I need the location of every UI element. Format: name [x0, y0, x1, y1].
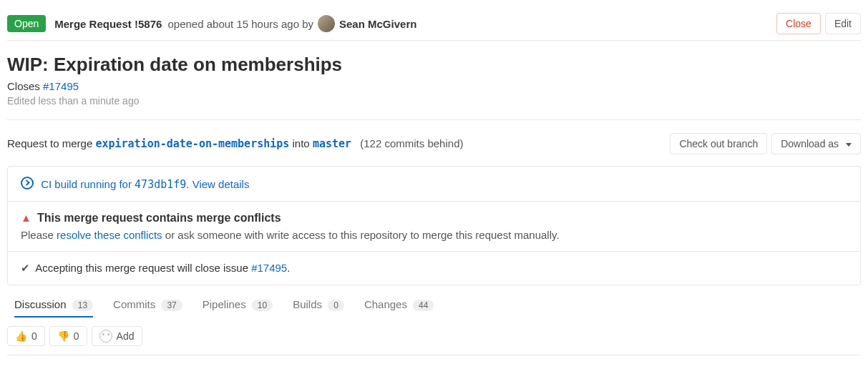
thumbs-up-count: 0	[31, 330, 37, 342]
author-avatar[interactable]	[318, 15, 335, 32]
target-branch[interactable]: master	[313, 137, 351, 150]
thumbs-up-icon: 👍	[15, 330, 27, 342]
checkout-branch-button[interactable]: Check out branch	[670, 133, 767, 154]
accept-prefix: Accepting this merge request will close …	[35, 262, 251, 274]
closes-line: Closes #17495	[7, 80, 861, 92]
thumbs-down-icon: 👎	[57, 330, 69, 342]
conflict-title: This merge request contains merge confli…	[37, 212, 281, 224]
mr-type-id: Merge Request !5876 opened about 15 hour…	[54, 18, 313, 30]
mr-type: Merge Request	[54, 18, 132, 30]
merge-prefix: Request to merge	[7, 137, 95, 149]
tab-builds-count: 0	[328, 300, 344, 311]
edit-button[interactable]: Edit	[825, 13, 861, 34]
tab-changes[interactable]: Changes 44	[364, 292, 434, 318]
conflict-please: Please	[21, 229, 57, 241]
ci-status: CI build running for 473db1f9. View deta…	[8, 167, 860, 202]
chevron-down-icon	[846, 143, 852, 147]
status-panel: CI build running for 473db1f9. View deta…	[7, 166, 861, 285]
tab-pipelines[interactable]: Pipelines 10	[203, 292, 273, 318]
closes-issue-link[interactable]: #17495	[43, 80, 79, 92]
tab-commits[interactable]: Commits 37	[113, 292, 182, 318]
accept-suffix: .	[287, 262, 290, 274]
tab-pipelines-count: 10	[252, 300, 273, 311]
tab-changes-label: Changes	[364, 298, 407, 310]
mr-title: WIP: Expiration date on memberships	[7, 54, 861, 76]
mr-tabs: Discussion 13 Commits 37 Pipelines 10 Bu…	[7, 285, 861, 318]
tab-discussion[interactable]: Discussion 13	[14, 292, 93, 318]
thumbs-down-count: 0	[74, 330, 79, 342]
tab-discussion-label: Discussion	[14, 298, 67, 310]
author-name[interactable]: Sean McGivern	[339, 18, 416, 30]
mr-opened-text: opened about 15 hours ago by	[168, 18, 314, 30]
smiley-icon	[99, 330, 112, 343]
conflict-warning: ▲ This merge request contains merge conf…	[8, 202, 860, 252]
into-text: into	[293, 137, 313, 149]
ci-prefix: CI build running for	[41, 178, 135, 190]
edited-timestamp: Edited less than a minute ago	[7, 95, 861, 107]
tab-changes-count: 44	[413, 300, 434, 311]
accept-issue-link[interactable]: #17495	[251, 262, 287, 274]
accept-note: ✔ Accepting this merge request will clos…	[8, 252, 860, 285]
add-reaction-label: Add	[117, 330, 135, 342]
reactions-bar: 👍 0 👎 0 Add	[7, 318, 861, 355]
tab-pipelines-label: Pipelines	[203, 298, 246, 310]
mr-header: Open Merge Request !5876 opened about 15…	[7, 7, 861, 41]
source-branch[interactable]: expiration-date-on-memberships	[95, 137, 289, 150]
resolve-conflicts-link[interactable]: resolve these conflicts	[57, 229, 162, 241]
download-label: Download as	[781, 138, 839, 149]
title-section: WIP: Expiration date on memberships Clos…	[7, 41, 861, 120]
merge-section: Request to merge expiration-date-on-memb…	[7, 120, 861, 318]
tab-discussion-count: 13	[72, 300, 93, 311]
closes-prefix: Closes	[7, 80, 43, 92]
conflict-rest: or ask someone with write access to this…	[162, 229, 560, 241]
mr-id: !5876	[135, 18, 162, 30]
tab-builds[interactable]: Builds 0	[293, 292, 344, 318]
merge-text: Request to merge expiration-date-on-memb…	[7, 137, 665, 150]
thumbs-up-button[interactable]: 👍 0	[7, 326, 45, 346]
add-reaction-button[interactable]: Add	[92, 326, 142, 346]
download-as-button[interactable]: Download as	[771, 133, 861, 154]
tab-commits-count: 37	[161, 300, 182, 311]
warning-icon: ▲	[21, 212, 31, 224]
running-icon	[21, 177, 34, 190]
commits-behind: (122 commits behind)	[360, 137, 463, 149]
ci-sha: 473db1f9	[135, 178, 186, 191]
ci-suffix: . View details	[186, 178, 249, 190]
check-icon: ✔	[21, 262, 30, 274]
thumbs-down-button[interactable]: 👎 0	[49, 326, 87, 346]
status-badge: Open	[7, 15, 46, 32]
ci-build-link[interactable]: CI build running for 473db1f9. View deta…	[41, 178, 249, 190]
tab-builds-label: Builds	[293, 298, 322, 310]
tab-commits-label: Commits	[113, 298, 155, 310]
close-button[interactable]: Close	[776, 13, 821, 34]
